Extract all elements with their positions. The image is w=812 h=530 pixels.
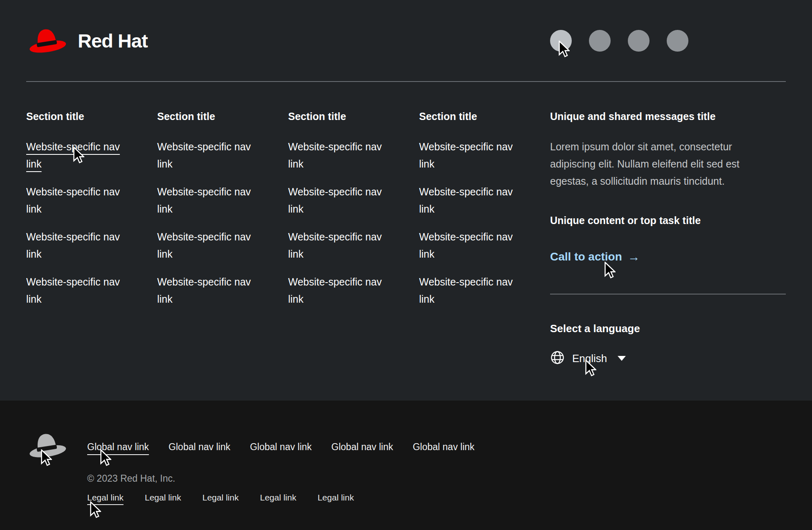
nav-link[interactable]: Website-specific nav link [288,273,386,308]
nav-link[interactable]: Website-specific nav link [419,273,517,308]
section-title: Section title [288,110,419,123]
global-footer: Global nav link Global nav link Global n… [0,401,812,530]
nav-link[interactable]: Website-specific nav link [157,228,255,263]
copyright-text: © 2023 Red Hat, Inc. [87,473,474,484]
legal-links: Legal link Legal link Legal link Legal l… [87,492,474,503]
legal-link[interactable]: Legal link [202,492,239,503]
global-nav-link[interactable]: Global nav link [169,441,230,453]
social-placeholder-icon[interactable] [589,30,611,52]
call-to-action-link[interactable]: Call to action → [550,249,640,265]
social-placeholder-icon[interactable] [550,30,572,52]
footer-megapanel: Red Hat Section title Website-specific n… [0,0,812,401]
globe-icon [550,350,565,367]
nav-link[interactable]: Website-specific nav link [157,138,255,172]
nav-link[interactable]: Website-specific nav link [26,273,124,308]
nav-link[interactable]: Website-specific nav link [26,228,124,263]
brand-wordmark: Red Hat [78,29,148,52]
arrow-right-icon: → [628,249,640,265]
section-title: Section title [157,110,288,123]
nav-column-4: Section title Website-specific nav link … [419,110,550,367]
nav-link[interactable]: Website-specific nav link [419,228,517,263]
section-title: Section title [26,110,157,123]
nav-column-1: Section title Website-specific nav link … [26,110,157,367]
legal-link[interactable]: Legal link [145,492,181,503]
language-heading: Select a language [550,322,786,335]
social-icons-group [550,30,786,52]
language-current: English [572,352,607,365]
messages-title: Unique and shared messages title [550,110,786,123]
social-placeholder-icon[interactable] [628,30,650,52]
redhat-fedora-gray-icon[interactable] [26,429,67,463]
global-nav-link[interactable]: Global nav link [87,441,149,453]
nav-link[interactable]: Website-specific nav link [288,183,386,217]
nav-link[interactable]: Website-specific nav link [288,228,386,263]
section-title: Section title [419,110,550,123]
nav-link[interactable]: Website-specific nav link [26,183,124,217]
legal-link[interactable]: Legal link [260,492,296,503]
language-selector[interactable]: English [550,350,786,367]
nav-link[interactable]: Website-specific nav link [26,138,124,172]
global-nav-links: Global nav link Global nav link Global n… [87,441,474,453]
nav-column-3: Section title Website-specific nav link … [288,110,419,367]
global-nav-link[interactable]: Global nav link [332,441,393,453]
nav-link[interactable]: Website-specific nav link [157,273,255,308]
nav-link[interactable]: Website-specific nav link [157,183,255,217]
nav-link[interactable]: Website-specific nav link [419,183,517,217]
info-column: Unique and shared messages title Lorem i… [550,110,786,367]
global-nav-link[interactable]: Global nav link [250,441,312,453]
redhat-logo[interactable]: Red Hat [26,24,148,57]
messages-body: Lorem ipsum dolor sit amet, consectetur … [550,138,771,190]
legal-link[interactable]: Legal link [318,492,354,503]
footer-columns: Section title Website-specific nav link … [26,82,786,367]
nav-column-2: Section title Website-specific nav link … [157,110,288,367]
chevron-down-icon [618,356,626,361]
info-divider [550,294,786,294]
global-nav-link[interactable]: Global nav link [413,441,474,453]
content-title: Unique content or top task title [550,213,786,227]
redhat-fedora-icon [26,24,67,57]
legal-link[interactable]: Legal link [87,492,124,503]
nav-link[interactable]: Website-specific nav link [419,138,517,172]
nav-link[interactable]: Website-specific nav link [288,138,386,172]
call-to-action-label: Call to action [550,249,622,265]
brand-header: Red Hat [26,0,786,82]
social-placeholder-icon[interactable] [667,30,688,52]
